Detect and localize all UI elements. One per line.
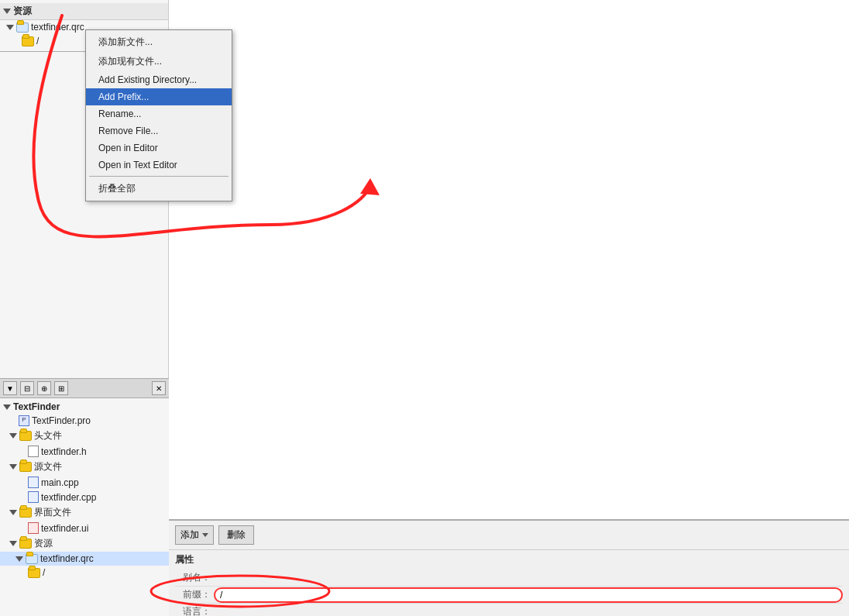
- menu-add-existing-file[interactable]: 添加现有文件...: [86, 52, 232, 71]
- headers-label: 头文件: [34, 429, 62, 442]
- ui-file-label: textfinder.ui: [41, 523, 88, 534]
- menu-remove-file[interactable]: Remove File...: [86, 122, 232, 139]
- qrc-folder-icon: [16, 22, 29, 33]
- textfinder-cpp-item[interactable]: textfinder.cpp: [0, 490, 169, 504]
- main-cpp-label: main.cpp: [41, 477, 79, 488]
- resources-label: 资源: [13, 5, 32, 18]
- sources-label: 源文件: [34, 460, 62, 473]
- filter-btn[interactable]: ⊟: [20, 381, 34, 395]
- toolbar-bar: ▼ ⊟ ⊕ ⊞ ✕: [0, 378, 169, 398]
- main-cpp-item[interactable]: main.cpp: [0, 475, 169, 490]
- add-button[interactable]: 添加: [175, 525, 214, 545]
- resources-section-header: 资源: [0, 3, 168, 20]
- forms-expand: [9, 510, 17, 515]
- textfinder-ui-item[interactable]: textfinder.ui: [0, 521, 169, 535]
- forms-folder-icon: [19, 508, 32, 518]
- properties-section: 属性 别名： 前缀： 语言：: [169, 550, 849, 616]
- menu-add-prefix[interactable]: Add Prefix...: [86, 88, 232, 105]
- qrc-bottom-expand: [15, 556, 23, 562]
- slash-bottom-label: /: [43, 567, 45, 578]
- language-label: 语言：: [175, 605, 214, 616]
- sources-expand: [9, 464, 17, 470]
- delete-button[interactable]: 删除: [218, 525, 254, 545]
- cpp-file-icon1: [28, 477, 39, 488]
- bottom-toolbar: 添加 删除: [169, 521, 849, 550]
- menu-open-in-text-editor[interactable]: Open in Text Editor: [86, 157, 232, 174]
- alias-row: 别名：: [175, 570, 843, 587]
- headers-folder[interactable]: 头文件: [0, 428, 169, 444]
- qrc-bottom-icon: [26, 554, 38, 564]
- res-folder-icon: [19, 539, 32, 549]
- sources-folder[interactable]: 源文件: [0, 459, 169, 475]
- textfinder-root-label: TextFinder: [13, 401, 60, 412]
- down-arrow-btn[interactable]: ▼: [3, 381, 17, 395]
- menu-rename[interactable]: Rename...: [86, 105, 232, 122]
- headers-expand: [9, 433, 17, 439]
- slash-bottom-icon: [28, 568, 40, 578]
- h-file-icon: [28, 446, 39, 457]
- root-expand-icon: [3, 404, 11, 410]
- qrc-item-label: textfinder.qrc: [31, 22, 84, 33]
- language-row: 语言：: [175, 604, 843, 616]
- delete-label: 删除: [227, 529, 246, 540]
- collapse-icon[interactable]: [3, 9, 11, 14]
- slash-item-label: /: [36, 36, 39, 46]
- forms-folder[interactable]: 界面文件: [0, 504, 169, 521]
- menu-separator: [89, 176, 229, 177]
- prefix-label: 前缀：: [175, 588, 214, 601]
- textfinder-tree: TextFinder P TextFinder.pro 头文件 textfind…: [0, 398, 169, 616]
- link-btn[interactable]: ⊕: [37, 381, 51, 395]
- add-label: 添加: [180, 528, 199, 542]
- qrc-bottom-item[interactable]: textfinder.qrc: [0, 552, 169, 566]
- h-file-label: textfinder.h: [41, 446, 87, 457]
- grid-btn[interactable]: ⊞: [54, 381, 68, 395]
- prefix-input[interactable]: [214, 587, 843, 603]
- context-menu: 添加新文件... 添加现有文件... Add Existing Director…: [85, 29, 232, 201]
- bottom-right-panel: 添加 删除 属性 别名： 前缀： 语言：: [169, 519, 849, 616]
- alias-label: 别名：: [175, 571, 214, 584]
- menu-add-new-file[interactable]: 添加新文件...: [86, 33, 232, 52]
- forms-label: 界面文件: [34, 506, 71, 519]
- qrc-bottom-label: textfinder.qrc: [40, 553, 94, 564]
- resources-expand: [9, 541, 17, 546]
- textfinder-pro-item[interactable]: P TextFinder.pro: [0, 414, 169, 428]
- menu-open-in-editor[interactable]: Open in Editor: [86, 139, 232, 157]
- menu-add-existing-directory[interactable]: Add Existing Directory...: [86, 71, 232, 88]
- menu-collapse-all[interactable]: 折叠全部: [86, 179, 232, 198]
- resources-folder[interactable]: 资源: [0, 535, 169, 552]
- slash-folder-icon: [22, 36, 34, 46]
- close-btn[interactable]: ✕: [152, 381, 166, 395]
- add-dropdown-arrow: [202, 533, 208, 537]
- textfinder-h-item[interactable]: textfinder.h: [0, 444, 169, 459]
- headers-folder-icon: [19, 431, 32, 441]
- resources-label2: 资源: [34, 537, 53, 550]
- pro-label: TextFinder.pro: [32, 415, 91, 426]
- sources-folder-icon: [19, 462, 32, 472]
- textfinder-cpp-label: textfinder.cpp: [41, 492, 96, 503]
- cpp-file-icon2: [28, 491, 39, 503]
- prefix-row: 前缀：: [175, 587, 843, 604]
- slash-bottom-item[interactable]: /: [0, 566, 169, 580]
- props-title: 属性: [175, 553, 843, 566]
- pro-icon: P: [19, 415, 29, 426]
- textfinder-root[interactable]: TextFinder: [0, 400, 169, 414]
- ui-file-icon: [28, 522, 39, 534]
- expand-icon: [6, 22, 16, 33]
